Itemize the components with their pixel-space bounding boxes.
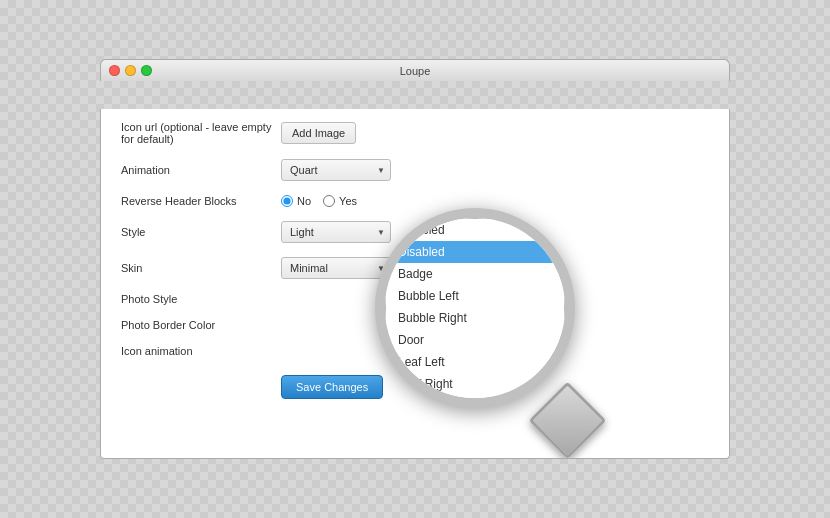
style-label: Style	[121, 226, 281, 238]
radio-no-label: No	[297, 195, 311, 207]
loupe-content: DisabledDisabledBadgeBubble LeftBubble R…	[385, 218, 565, 398]
icon-url-field: Add Image	[281, 122, 356, 144]
photo-border-label: Photo Border Color	[121, 319, 281, 331]
radio-yes-label: Yes	[339, 195, 357, 207]
animation-label: Animation	[121, 164, 281, 176]
dropdown-item[interactable]: Badge	[386, 263, 564, 285]
photo-style-dropdown[interactable]: DisabledDisabledBadgeBubble LeftBubble R…	[385, 218, 565, 398]
dropdown-item[interactable]: Leaf Right	[386, 373, 564, 395]
close-button[interactable]	[109, 65, 120, 76]
loupe-container: DisabledDisabledBadgeBubble LeftBubble R…	[375, 208, 575, 408]
title-bar: Loupe	[100, 59, 730, 81]
icon-url-row: Icon url (optional - leave empty for def…	[121, 121, 709, 145]
radio-yes-input[interactable]	[323, 195, 335, 207]
icon-url-label: Icon url (optional - leave empty for def…	[121, 121, 281, 145]
add-image-button[interactable]: Add Image	[281, 122, 356, 144]
skin-label: Skin	[121, 262, 281, 274]
dropdown-item[interactable]: Leaf Left	[386, 351, 564, 373]
loupe-glass: DisabledDisabledBadgeBubble LeftBubble R…	[375, 208, 575, 408]
browser-window: Loupe ‹ › http://www.sitexample.com ↻ 🔍 …	[100, 59, 730, 459]
dropdown-item[interactable]: Disabled	[386, 241, 564, 263]
radio-yes[interactable]: Yes	[323, 195, 357, 207]
dropdown-item[interactable]: Bubble Left	[386, 285, 564, 307]
animation-select-wrap: Quart ▼	[281, 159, 391, 181]
dropdown-item[interactable]: Bubble Right	[386, 307, 564, 329]
reverse-header-radio-group: No Yes	[281, 195, 357, 207]
dropdown-item[interactable]: Door	[386, 329, 564, 351]
window-content: Icon url (optional - leave empty for def…	[100, 109, 730, 459]
photo-style-label: Photo Style	[121, 293, 281, 305]
dropdown-item[interactable]: Disabled	[386, 219, 564, 241]
save-changes-button[interactable]: Save Changes	[281, 375, 383, 399]
radio-no-input[interactable]	[281, 195, 293, 207]
animation-select[interactable]: Quart	[281, 159, 391, 181]
dropdown-item[interactable]: Rounded	[386, 395, 564, 398]
window-title: Loupe	[400, 65, 431, 77]
reverse-header-label: Reverse Header Blocks	[121, 195, 281, 207]
minimize-button[interactable]	[125, 65, 136, 76]
maximize-button[interactable]	[141, 65, 152, 76]
radio-no[interactable]: No	[281, 195, 311, 207]
animation-row: Animation Quart ▼	[121, 159, 709, 181]
traffic-lights	[109, 65, 152, 76]
icon-animation-label: Icon animation	[121, 345, 281, 357]
reverse-header-row: Reverse Header Blocks No Yes	[121, 195, 709, 207]
